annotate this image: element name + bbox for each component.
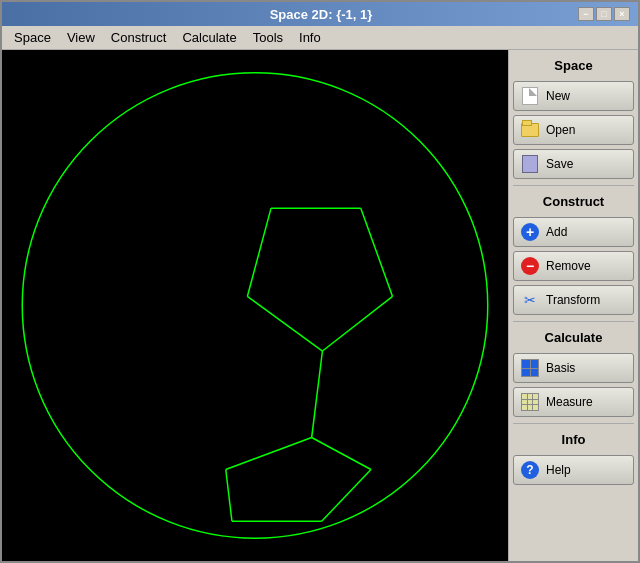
measure-label: Measure: [546, 395, 593, 409]
transform-icon: ✂: [520, 290, 540, 310]
title-bar: Space 2D: {-1, 1} − □ ×: [2, 2, 638, 26]
sidebar: Space New Open Save Construct: [508, 50, 638, 561]
new-button[interactable]: New: [513, 81, 634, 111]
open-label: Open: [546, 123, 575, 137]
save-icon: [520, 154, 540, 174]
measure-icon: [520, 392, 540, 412]
canvas-area: [2, 50, 508, 561]
main-window: Space 2D: {-1, 1} − □ × Space View Const…: [0, 0, 640, 563]
title-bar-buttons: − □ ×: [578, 7, 630, 21]
transform-label: Transform: [546, 293, 600, 307]
menu-view[interactable]: View: [59, 28, 103, 47]
window-title: Space 2D: {-1, 1}: [64, 7, 578, 22]
menu-calculate[interactable]: Calculate: [174, 28, 244, 47]
save-button[interactable]: Save: [513, 149, 634, 179]
divider-1: [513, 185, 634, 186]
remove-label: Remove: [546, 259, 591, 273]
open-icon: [520, 120, 540, 140]
menu-tools[interactable]: Tools: [245, 28, 291, 47]
section-space-label: Space: [513, 56, 634, 77]
basis-icon: [520, 358, 540, 378]
basis-label: Basis: [546, 361, 575, 375]
help-icon: ?: [520, 460, 540, 480]
help-button[interactable]: ? Help: [513, 455, 634, 485]
section-construct-label: Construct: [513, 192, 634, 213]
menu-bar: Space View Construct Calculate Tools Inf…: [2, 26, 638, 50]
basis-button[interactable]: Basis: [513, 353, 634, 383]
section-calculate-label: Calculate: [513, 328, 634, 349]
add-button[interactable]: + Add: [513, 217, 634, 247]
new-label: New: [546, 89, 570, 103]
menu-space[interactable]: Space: [6, 28, 59, 47]
measure-button[interactable]: Measure: [513, 387, 634, 417]
remove-icon: −: [520, 256, 540, 276]
maximize-button[interactable]: □: [596, 7, 612, 21]
content-area: Space New Open Save Construct: [2, 50, 638, 561]
add-icon: +: [520, 222, 540, 242]
visualization-canvas: [2, 50, 508, 561]
remove-button[interactable]: − Remove: [513, 251, 634, 281]
help-label: Help: [546, 463, 571, 477]
open-button[interactable]: Open: [513, 115, 634, 145]
menu-info[interactable]: Info: [291, 28, 329, 47]
new-icon: [520, 86, 540, 106]
close-button[interactable]: ×: [614, 7, 630, 21]
transform-button[interactable]: ✂ Transform: [513, 285, 634, 315]
menu-construct[interactable]: Construct: [103, 28, 175, 47]
divider-2: [513, 321, 634, 322]
minimize-button[interactable]: −: [578, 7, 594, 21]
add-label: Add: [546, 225, 567, 239]
divider-3: [513, 423, 634, 424]
save-label: Save: [546, 157, 573, 171]
section-info-label: Info: [513, 430, 634, 451]
